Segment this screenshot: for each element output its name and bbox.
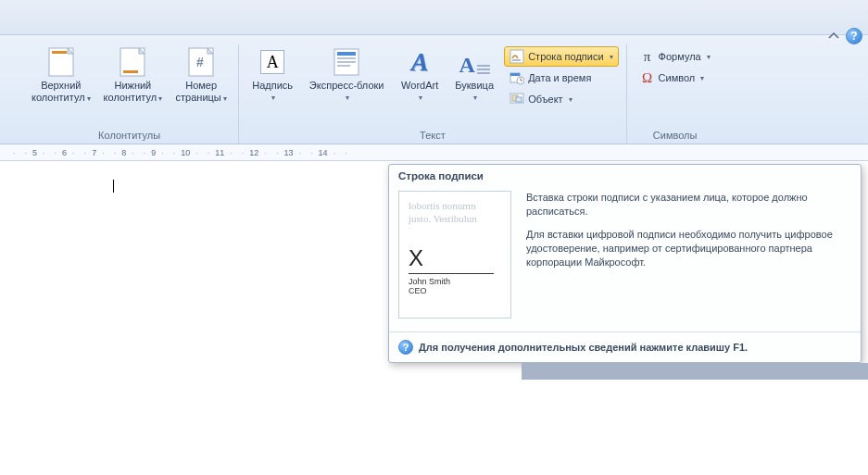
preview-x: X — [409, 245, 501, 271]
svg-rect-11 — [337, 57, 356, 59]
chevron-down-icon: ▾ — [346, 92, 349, 104]
signature-line-button[interactable]: Строка подписи ▾ — [504, 46, 618, 67]
svg-rect-5 — [123, 70, 138, 73]
wordart-icon: A — [404, 46, 435, 78]
express-label: Экспресс-блоки — [309, 80, 384, 92]
wordart-label: WordArt — [401, 80, 438, 92]
svg-rect-10 — [337, 52, 356, 56]
ribbon: Верхний колонтитул▾ Нижний колонтитул▾ — [0, 35, 868, 144]
group-label-headers: Колонтитулы — [98, 128, 160, 144]
tooltip-preview: lobortis nonumn justo. Vestibulun X John… — [398, 191, 511, 319]
group-headers-footers: Верхний колонтитул▾ Нижний колонтитул▾ — [0, 44, 239, 144]
ruler-marks: ··5 ··6 ··7 ··8 ··9 ··10 ··11 ··12 ··13 … — [9, 148, 351, 157]
ribbon-collapse-icon[interactable] — [827, 30, 840, 43]
text-small-stack: Строка подписи ▾ Дата и время Объект ▾ — [502, 44, 620, 111]
chevron-down-icon: ▾ — [610, 53, 613, 61]
svg-text:#: # — [196, 55, 204, 69]
express-blocks-icon — [331, 46, 362, 78]
chevron-down-icon: ▾ — [87, 94, 91, 103]
tooltip-para-2: Для вставки цифровой подписи необходимо … — [526, 228, 851, 269]
chevron-down-icon: ▾ — [419, 92, 422, 104]
header-icon — [45, 46, 77, 78]
chevron-down-icon: ▾ — [473, 92, 477, 104]
pi-icon: π — [640, 49, 655, 65]
preview-lorem-1: lobortis nonumn — [409, 199, 501, 212]
date-time-label: Дата и время — [528, 72, 591, 83]
page-number-button[interactable]: # Номер страницы▾ — [170, 44, 233, 106]
svg-rect-12 — [337, 61, 356, 63]
chevron-down-icon: ▾ — [707, 53, 711, 61]
tooltip-title: Строка подписи — [389, 165, 861, 185]
object-button[interactable]: Объект ▾ — [504, 89, 618, 109]
symbol-button[interactable]: Ω Символ ▾ — [635, 68, 716, 88]
wordart-button[interactable]: A WordArt ▾ — [393, 44, 447, 106]
symbol-label: Символ — [659, 72, 696, 83]
preview-sig-name: John Smith — [409, 277, 501, 286]
footer-label-2: колонтитул — [104, 92, 157, 103]
textbox-label: Надпись — [252, 80, 293, 92]
footer-icon — [117, 46, 148, 78]
chevron-down-icon: ▾ — [700, 74, 704, 82]
svg-rect-13 — [337, 65, 350, 67]
svg-rect-17 — [510, 73, 520, 76]
chevron-down-icon: ▾ — [158, 94, 162, 103]
date-time-button[interactable]: Дата и время — [504, 68, 618, 88]
signature-line-label: Строка подписи — [528, 51, 603, 62]
formula-button[interactable]: π Формула ▾ — [635, 46, 716, 67]
header-label-2: колонтитул — [31, 92, 85, 103]
symbols-stack: π Формула ▾ Ω Символ ▾ — [633, 44, 718, 90]
chevron-down-icon: ▾ — [271, 92, 275, 104]
header-label-1: Верхний — [41, 80, 81, 92]
dropcap-icon: A — [459, 46, 490, 78]
express-blocks-button[interactable]: Экспресс-блоки ▾ — [302, 44, 391, 106]
group-label-text: Текст — [420, 128, 446, 144]
formula-label: Формула — [659, 51, 701, 62]
pagenum-label-1: Номер — [185, 80, 217, 92]
footer-label-1: Нижний — [114, 80, 151, 92]
header-button[interactable]: Верхний колонтитул▾ — [26, 44, 96, 106]
tooltip-para-1: Вставка строки подписи с указанием лица,… — [526, 191, 851, 219]
help-icon: ? — [398, 340, 413, 355]
svg-rect-23 — [516, 97, 522, 102]
pagenum-label-2: страницы — [176, 92, 221, 103]
ruler[interactable]: ··5 ··6 ··7 ··8 ··9 ··10 ··11 ··12 ··13 … — [0, 144, 868, 161]
svg-rect-2 — [52, 51, 67, 54]
dropcap-label: Буквица — [455, 80, 494, 92]
text-cursor — [113, 180, 114, 193]
group-label-symbols: Символы — [653, 128, 698, 144]
group-text: A Надпись ▾ Экс — [239, 44, 626, 144]
object-icon — [509, 92, 524, 106]
chevron-down-icon: ▾ — [569, 95, 572, 104]
textbox-button[interactable]: A Надпись ▾ — [245, 44, 300, 106]
tooltip-footer: ? Для получения дополнительных сведений … — [389, 331, 861, 362]
date-time-icon — [509, 70, 524, 85]
preview-lorem-2: justo. Vestibulun — [409, 212, 501, 225]
signature-line-tooltip: Строка подписи lobortis nonumn justo. Ve… — [388, 164, 862, 363]
textbox-icon: A — [257, 46, 288, 78]
tooltip-text: Вставка строки подписи с указанием лица,… — [526, 191, 851, 319]
object-label: Объект — [528, 94, 562, 105]
preview-sig-role: CEO — [409, 286, 501, 295]
scrollbar-track[interactable] — [522, 363, 868, 380]
footer-button[interactable]: Нижний колонтитул▾ — [98, 44, 169, 106]
preview-sig-line — [409, 273, 494, 274]
group-symbols: π Формула ▾ Ω Символ ▾ Символы — [627, 44, 723, 144]
omega-icon: Ω — [640, 70, 655, 86]
page-number-icon: # — [185, 46, 217, 78]
signature-line-icon — [509, 49, 524, 64]
chevron-down-icon: ▾ — [223, 94, 227, 103]
window-titlebar: ? — [0, 0, 868, 35]
tooltip-footer-text: Для получения дополнительных сведений на… — [419, 342, 748, 353]
dropcap-button[interactable]: A Буквица ▾ — [448, 44, 500, 106]
help-icon[interactable]: ? — [846, 28, 862, 44]
